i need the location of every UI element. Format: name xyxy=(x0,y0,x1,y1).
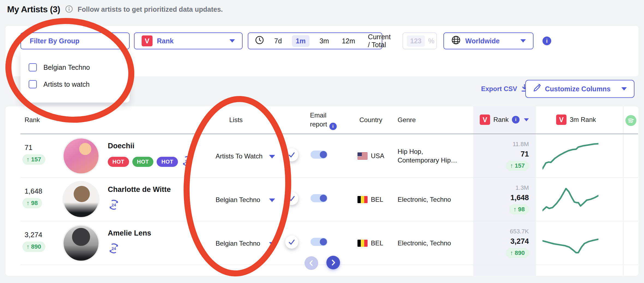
list-dropdown-icon[interactable] xyxy=(269,242,275,246)
viberate-logo-icon: V xyxy=(142,35,153,46)
percent-value: 123 xyxy=(407,35,425,47)
metric-total: 1.3M xyxy=(473,184,529,191)
checkbox-artists-to-watch[interactable] xyxy=(29,80,37,88)
col-header-genre[interactable]: Genre xyxy=(398,116,416,124)
table-row-charlotte-de-witte[interactable]: 1,648 ↑ 98 Charlotte de Witte 24 Belgian… xyxy=(5,178,639,221)
viberate-logo-icon: V xyxy=(556,115,567,125)
rank-value: 3,274 xyxy=(25,231,42,239)
customize-columns-label: Customize Columns xyxy=(545,85,610,93)
metric-dropdown[interactable]: V Rank xyxy=(134,32,243,49)
time-option-7d[interactable]: 7d xyxy=(272,35,285,47)
viberate-rank-cell: 11.8M 71 ↑ 157 xyxy=(473,134,536,178)
region-dropdown[interactable]: Worldwide xyxy=(443,32,533,49)
genre-cell: Electronic, Techno xyxy=(398,178,464,221)
table-row-amelie-lens[interactable]: 3,274 ↑ 890 Amelie Lens 24 Belgian Techn… xyxy=(5,221,639,265)
metric-rank: 71 xyxy=(473,150,529,158)
pagination-prev-button[interactable] xyxy=(305,256,318,270)
time-option-3m[interactable]: 3m xyxy=(317,35,332,47)
artist-name[interactable]: Doechii xyxy=(108,142,193,150)
refresh-24-icon: 24 xyxy=(108,242,120,255)
pencil-icon xyxy=(533,84,541,94)
table-row-doechii[interactable]: 71 ↑ 157 Doechii HOT HOT HOT 24 Artists … xyxy=(5,134,639,178)
list-dropdown-icon[interactable] xyxy=(269,198,275,202)
spotify-icon[interactable] xyxy=(625,115,636,126)
customize-columns-button[interactable]: Customize Columns xyxy=(525,80,634,98)
list-assignment[interactable]: Belgian Techno xyxy=(216,221,266,265)
filter-group-panel: Belgian Techno Artists to watch xyxy=(20,51,130,103)
artist-avatar[interactable] xyxy=(64,226,99,261)
col-header-artist[interactable]: Artist xyxy=(66,116,81,124)
time-option-1m[interactable]: 1m xyxy=(292,35,309,47)
followed-check-icon[interactable] xyxy=(285,236,298,249)
col-header-viberate-rank[interactable]: V Rank i xyxy=(480,115,529,125)
artist-name[interactable]: Amelie Lens xyxy=(108,229,151,237)
pagination-next-button[interactable] xyxy=(326,256,340,269)
rank-value: 1,648 xyxy=(25,187,42,195)
filter-by-group-label: Filter By Group xyxy=(30,37,79,45)
filter-option-label: Belgian Techno xyxy=(43,64,90,71)
metric-delta-badge: ↑ 98 xyxy=(509,204,529,215)
globe-icon xyxy=(451,35,461,47)
page-header: My Artists (3) Follow artists to get pri… xyxy=(7,4,223,14)
rank-trend-sparkline xyxy=(542,184,598,215)
sort-desc-icon[interactable] xyxy=(524,118,529,121)
email-report-toggle[interactable] xyxy=(311,150,327,159)
list-assignment[interactable]: Artists To Watch xyxy=(216,134,266,178)
time-range-selector: 7d 1m 3m 12m Current / Total xyxy=(248,32,382,49)
followed-check-icon[interactable] xyxy=(285,148,298,161)
metric-delta-badge: ↑ 157 xyxy=(506,161,529,171)
viberate-rank-cell: 653.7K 3,274 ↑ 890 xyxy=(473,221,536,265)
followed-check-icon[interactable] xyxy=(285,192,298,205)
chevron-down-icon xyxy=(229,39,235,43)
title-info-icon[interactable] xyxy=(65,5,73,14)
col-header-country[interactable]: Country xyxy=(359,116,382,124)
chevron-down-icon xyxy=(520,39,526,43)
export-csv-button[interactable]: Export CSV xyxy=(481,84,529,94)
col-header-rank[interactable]: Rank xyxy=(25,116,40,124)
region-info-icon[interactable]: i xyxy=(542,37,551,45)
country-cell: BEL xyxy=(357,221,383,265)
toggle-knob xyxy=(320,195,327,202)
rank-delta-badge: ↑ 98 xyxy=(22,198,42,208)
rank-trend-sparkline xyxy=(542,228,598,258)
my-artists-page: My Artists (3) Follow artists to get pri… xyxy=(0,0,644,283)
hot-badge-red: HOT xyxy=(108,157,129,167)
country-cell: BEL xyxy=(357,178,383,221)
col-header-viberate-3m-rank[interactable]: V 3m Rank xyxy=(556,115,596,125)
region-dropdown-label: Worldwide xyxy=(465,37,500,45)
col-header-lists[interactable]: Lists xyxy=(229,116,243,124)
artist-name[interactable]: Charlotte de Witte xyxy=(108,185,171,194)
email-report-info-icon[interactable]: i xyxy=(329,123,337,130)
artist-avatar[interactable] xyxy=(64,182,99,217)
col-header-email-report[interactable]: Email reporti xyxy=(310,111,337,130)
filter-by-group-dropdown[interactable]: Filter By Group xyxy=(20,32,130,49)
artist-avatar[interactable] xyxy=(64,139,99,173)
refresh-24-icon: 24 xyxy=(181,155,193,168)
email-report-toggle[interactable] xyxy=(311,238,327,246)
time-option-current-total[interactable]: Current / Total xyxy=(365,31,393,51)
filter-option-belgian-techno[interactable]: Belgian Techno xyxy=(20,59,130,76)
list-dropdown-icon[interactable] xyxy=(269,155,275,158)
chevron-down-icon xyxy=(621,87,627,91)
list-assignment[interactable]: Belgian Techno xyxy=(216,178,266,221)
metric-total: 11.8M xyxy=(473,141,529,148)
belgium-flag-icon xyxy=(357,196,368,203)
rank-info-icon[interactable]: i xyxy=(512,116,520,124)
country-label: USA xyxy=(371,152,384,160)
metric-dropdown-label: Rank xyxy=(157,37,174,45)
country-cell: USA xyxy=(357,134,384,178)
checkbox-belgian-techno[interactable] xyxy=(29,63,37,71)
percent-input[interactable]: 123 % xyxy=(402,32,437,49)
time-option-12m[interactable]: 12m xyxy=(339,35,358,47)
rank-trend-sparkline xyxy=(542,141,598,171)
svg-text:24: 24 xyxy=(185,159,190,164)
svg-text:24: 24 xyxy=(112,246,116,251)
refresh-24-icon: 24 xyxy=(108,199,120,212)
export-csv-label: Export CSV xyxy=(481,85,517,93)
email-report-toggle[interactable] xyxy=(311,194,327,202)
metric-rank: 1,648 xyxy=(473,194,529,202)
genre-cell: Hip Hop, Contemporary Hip… xyxy=(398,134,464,178)
metric-delta-badge: ↑ 890 xyxy=(506,248,529,258)
filter-option-artists-to-watch[interactable]: Artists to watch xyxy=(20,76,130,93)
artists-table: Rank Artist Lists Email reporti Country … xyxy=(5,106,639,276)
